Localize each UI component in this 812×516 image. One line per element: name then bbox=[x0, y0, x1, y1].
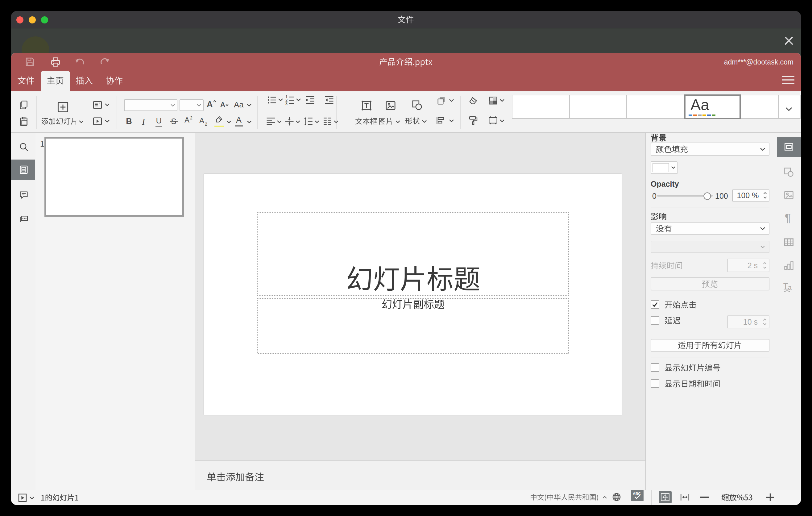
svg-text:a: a bbox=[788, 284, 792, 291]
svg-text:¶: ¶ bbox=[785, 212, 791, 224]
svg-text:3: 3 bbox=[285, 101, 288, 106]
